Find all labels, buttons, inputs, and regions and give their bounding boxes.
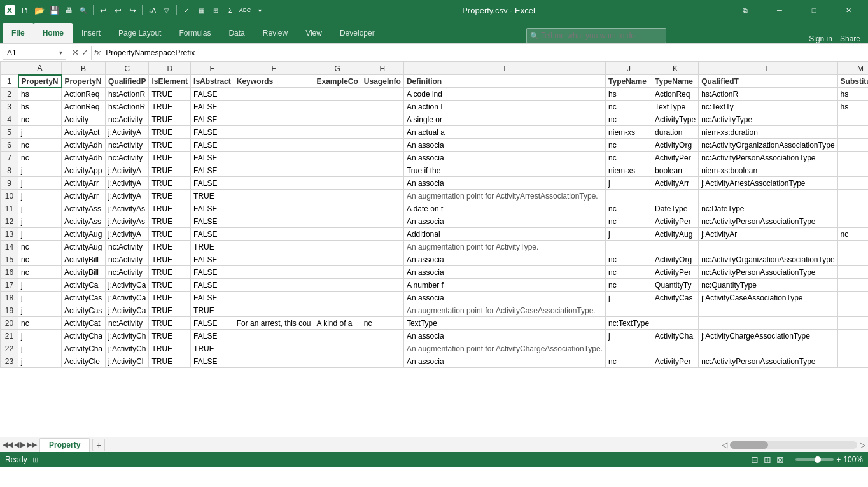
- horizontal-scrollbar[interactable]: [730, 441, 857, 449]
- col-header-d[interactable]: D: [149, 62, 191, 75]
- cell-F21[interactable]: [234, 330, 314, 342]
- cell-K4[interactable]: ActivityType: [652, 113, 699, 126]
- tab-insert[interactable]: Insert: [73, 23, 109, 43]
- cell-J7[interactable]: nc: [606, 152, 652, 164]
- cell-M21[interactable]: [837, 330, 868, 342]
- cell-I17[interactable]: A number f: [403, 279, 605, 292]
- cell-H2[interactable]: [361, 88, 403, 101]
- cell-F17[interactable]: [234, 279, 314, 292]
- cell-E2[interactable]: FALSE: [191, 88, 234, 101]
- cell-C9[interactable]: j:ActivityA: [106, 177, 149, 190]
- cell-D4[interactable]: TRUE: [149, 113, 191, 126]
- cell-L22[interactable]: [699, 342, 837, 355]
- cell-K12[interactable]: ActivityPer: [652, 215, 699, 228]
- cell-F19[interactable]: [234, 304, 314, 317]
- cell-A9[interactable]: j: [18, 177, 62, 190]
- cell-G9[interactable]: [314, 177, 361, 190]
- cell-d1[interactable]: IsElement: [149, 75, 191, 88]
- cell-G3[interactable]: [314, 101, 361, 113]
- redo-btn[interactable]: ↪: [125, 3, 139, 17]
- cell-L19[interactable]: [699, 304, 837, 317]
- cell-I10[interactable]: An augmentation point for ActivityArrest…: [403, 190, 605, 202]
- cell-I20[interactable]: TextType: [403, 317, 605, 330]
- cell-C23[interactable]: j:ActivityCl: [106, 355, 149, 368]
- cell-K22[interactable]: [652, 342, 699, 355]
- cell-J21[interactable]: j: [606, 330, 652, 342]
- cell-M22[interactable]: [837, 342, 868, 355]
- share-btn[interactable]: Share: [840, 34, 860, 43]
- cell-B15[interactable]: ActivityBill: [62, 253, 106, 266]
- cell-I13[interactable]: Additional: [403, 228, 605, 241]
- cell-I6[interactable]: An associa: [403, 139, 605, 152]
- cell-l1[interactable]: QualifiedT: [699, 75, 837, 88]
- cell-H6[interactable]: [361, 139, 403, 152]
- cell-A16[interactable]: nc: [18, 266, 62, 279]
- cell-D18[interactable]: TRUE: [149, 292, 191, 304]
- cell-H15[interactable]: [361, 253, 403, 266]
- cell-E12[interactable]: FALSE: [191, 215, 234, 228]
- cell-M12[interactable]: [837, 215, 868, 228]
- filter-btn[interactable]: ▽: [160, 3, 174, 17]
- cell-E20[interactable]: FALSE: [191, 317, 234, 330]
- ribbon-search-input[interactable]: [526, 28, 666, 43]
- cell-E21[interactable]: FALSE: [191, 330, 234, 342]
- cell-G4[interactable]: [314, 113, 361, 126]
- cell-H3[interactable]: [361, 101, 403, 113]
- macro-btn[interactable]: ⊞: [32, 456, 38, 464]
- cell-A4[interactable]: nc: [18, 113, 62, 126]
- page-break-view-btn[interactable]: ⊠: [776, 455, 784, 465]
- cell-D9[interactable]: TRUE: [149, 177, 191, 190]
- cell-M23[interactable]: [837, 355, 868, 368]
- col-header-e[interactable]: E: [191, 62, 234, 75]
- cell-I18[interactable]: An associa: [403, 292, 605, 304]
- cell-L23[interactable]: nc:ActivityPersonAssociationType: [699, 355, 837, 368]
- sign-in-btn[interactable]: Sign in: [809, 34, 832, 43]
- cell-F18[interactable]: [234, 292, 314, 304]
- cell-ref-dropdown[interactable]: ▾: [59, 49, 62, 56]
- tab-formulas[interactable]: Formulas: [170, 23, 220, 43]
- cell-G5[interactable]: [314, 126, 361, 139]
- cell-L2[interactable]: hs:ActionR: [699, 88, 837, 101]
- cell-f1[interactable]: Keywords: [234, 75, 314, 88]
- cell-I14[interactable]: An augmentation point for ActivityType.: [403, 241, 605, 253]
- cell-M14[interactable]: [837, 241, 868, 253]
- cell-G21[interactable]: [314, 330, 361, 342]
- cell-F10[interactable]: [234, 190, 314, 202]
- cell-A6[interactable]: nc: [18, 139, 62, 152]
- cell-E19[interactable]: TRUE: [191, 304, 234, 317]
- cell-A2[interactable]: hs: [18, 88, 62, 101]
- cancel-formula-btn[interactable]: ✕: [72, 48, 79, 57]
- cell-C10[interactable]: j:ActivityA: [106, 190, 149, 202]
- cell-A11[interactable]: j: [18, 202, 62, 215]
- cell-E4[interactable]: FALSE: [191, 113, 234, 126]
- cell-H8[interactable]: [361, 164, 403, 177]
- cell-E10[interactable]: TRUE: [191, 190, 234, 202]
- cell-B20[interactable]: ActivityCat: [62, 317, 106, 330]
- cell-L14[interactable]: [699, 241, 837, 253]
- cell-M10[interactable]: [837, 190, 868, 202]
- cell-G20[interactable]: A kind of a: [314, 317, 361, 330]
- cell-J19[interactable]: [606, 304, 652, 317]
- add-sheet-btn[interactable]: +: [92, 439, 105, 451]
- cell-L12[interactable]: nc:ActivityPersonAssociationType: [699, 215, 837, 228]
- print-btn[interactable]: 🖶: [62, 3, 76, 17]
- cell-h1[interactable]: UsageInfo: [361, 75, 403, 88]
- cell-C3[interactable]: hs:ActionR: [106, 101, 149, 113]
- cell-K21[interactable]: ActivityCha: [652, 330, 699, 342]
- minimize-btn[interactable]: ─: [765, 0, 794, 20]
- cell-E8[interactable]: FALSE: [191, 164, 234, 177]
- cell-C6[interactable]: nc:Activity: [106, 139, 149, 152]
- cell-H9[interactable]: [361, 177, 403, 190]
- grid-container[interactable]: A B C D E F G H I J K L M N O: [0, 62, 868, 437]
- cell-B23[interactable]: ActivityCle: [62, 355, 106, 368]
- col-header-l[interactable]: L: [699, 62, 837, 75]
- cell-E15[interactable]: FALSE: [191, 253, 234, 266]
- col-header-h[interactable]: H: [361, 62, 403, 75]
- undo-btn[interactable]: ↩: [96, 3, 110, 17]
- cell-F2[interactable]: [234, 88, 314, 101]
- cell-L21[interactable]: j:ActivityChargeAssociationType: [699, 330, 837, 342]
- cell-J15[interactable]: nc: [606, 253, 652, 266]
- cell-B11[interactable]: ActivityAss: [62, 202, 106, 215]
- cell-J5[interactable]: niem-xs: [606, 126, 652, 139]
- cell-G16[interactable]: [314, 266, 361, 279]
